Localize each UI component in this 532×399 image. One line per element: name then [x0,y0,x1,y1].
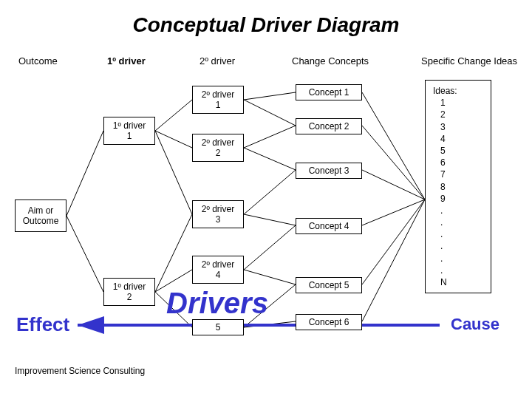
node-concept-6: Concept 6 [296,314,362,330]
node-secondary-4: 2º driver 4 [192,256,244,284]
svg-line-17 [244,321,296,327]
header-ideas: Specific Change Ideas [421,55,517,66]
overlay-drivers: Drivers [166,287,268,320]
node-secondary-5: 5 [192,319,244,335]
ideas-line: . [440,265,483,276]
ideas-line: . [440,205,483,216]
ideas-header: Ideas: [433,85,483,97]
svg-line-10 [244,126,296,148]
node-concept-2: Concept 2 [296,118,362,134]
ideas-line: N [440,276,483,288]
ideas-line: . [440,228,483,240]
node-secondary-3: 2º driver 3 [192,200,244,228]
ideas-line: 5 [440,145,483,157]
svg-line-22 [362,200,425,284]
svg-line-23 [362,200,425,321]
ideas-line: . [440,240,483,252]
svg-line-4 [155,131,192,214]
ideas-line: 2 [440,109,483,120]
ideas-line: . [440,216,483,228]
svg-line-8 [244,92,296,100]
svg-line-14 [244,225,296,270]
svg-line-19 [362,126,425,200]
svg-line-1 [66,216,103,292]
svg-line-20 [362,170,425,200]
node-primary-1: 1º driver 1 [103,117,155,145]
ideas-line: 4 [440,133,483,145]
overlay-cause: Cause [451,315,499,334]
node-concept-1: Concept 1 [296,84,362,100]
ideas-box: Ideas: 1 2 3 4 5 6 7 8 9 . . . . . . N [425,80,491,293]
ideas-line: 1 [440,97,483,109]
svg-line-9 [244,100,296,126]
svg-line-2 [155,100,192,131]
svg-line-21 [362,200,425,225]
ideas-line: . [440,253,483,265]
ideas-line: 3 [440,121,483,133]
node-secondary-1: 2º driver 1 [192,86,244,114]
diagram-title: Conceptual Driver Diagram [0,13,532,37]
svg-line-5 [155,214,192,292]
svg-line-11 [244,148,296,170]
ideas-line: 7 [440,168,483,180]
overlay-effect: Effect [16,313,69,336]
svg-line-13 [244,214,296,225]
header-outcome: Outcome [18,55,58,66]
svg-line-15 [244,270,296,284]
node-concept-3: Concept 3 [296,163,362,179]
svg-line-12 [244,170,296,214]
ideas-line: 9 [440,193,483,205]
header-concepts: Change Concepts [292,55,369,66]
header-secondary: 2º driver [200,55,235,66]
svg-line-0 [66,131,103,216]
svg-line-18 [362,92,425,200]
svg-line-3 [155,131,192,148]
footer-credit: Improvement Science Consulting [15,366,145,376]
node-concept-5: Concept 5 [296,277,362,293]
node-secondary-2: 2º driver 2 [192,134,244,162]
node-concept-4: Concept 4 [296,218,362,234]
node-primary-2: 1º driver 2 [103,278,155,306]
ideas-line: 8 [440,181,483,193]
header-primary: 1º driver [107,55,146,66]
ideas-line: 6 [440,157,483,168]
node-aim: Aim or Outcome [15,200,66,232]
